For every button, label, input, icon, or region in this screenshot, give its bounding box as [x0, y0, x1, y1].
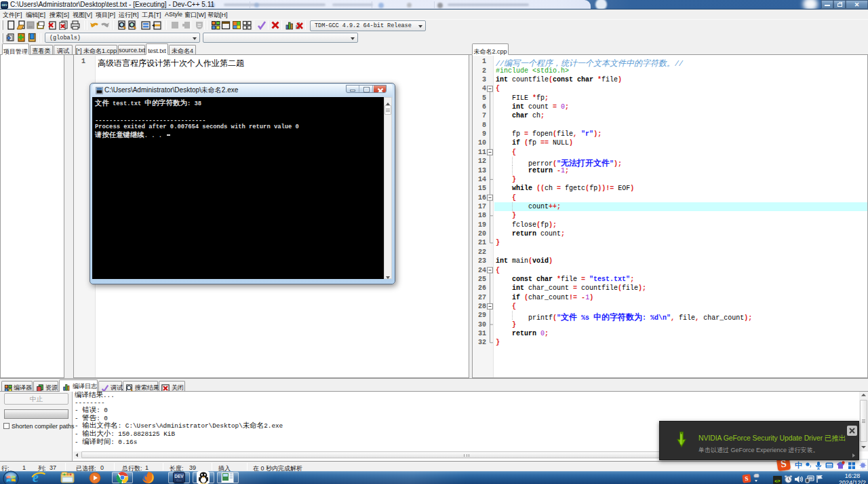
svg-text:e: e — [33, 470, 39, 484]
